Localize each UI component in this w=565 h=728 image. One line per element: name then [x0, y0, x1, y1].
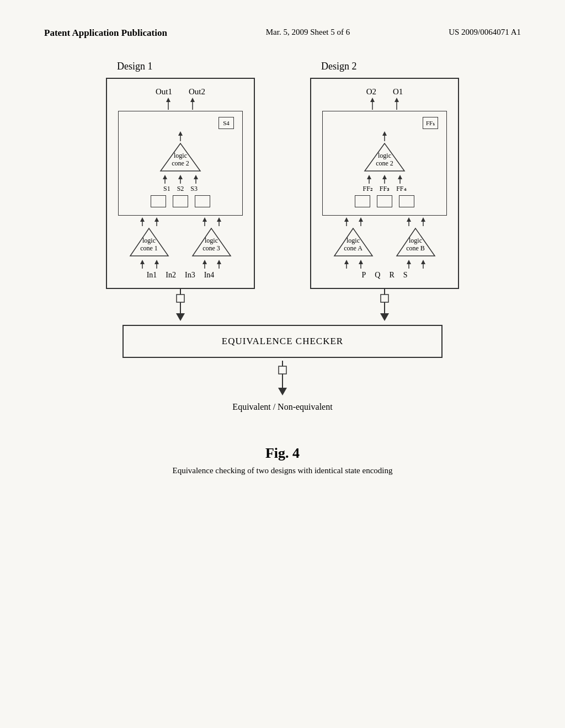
svg-marker-20 [202, 217, 207, 222]
design1-cone1-group: logic cone 1 [129, 227, 170, 258]
figure-number: Fig. 4 [44, 445, 521, 462]
design1-s2-label: S2 [177, 185, 184, 193]
design1-s2-box [173, 195, 188, 207]
design1-label: Design 1 [117, 61, 153, 72]
arrow-out1 [164, 98, 172, 110]
design1-inputs: In1 In2 In3 In4 [118, 271, 243, 280]
design1-out2: Out2 [189, 87, 205, 97]
svg-marker-30 [140, 260, 145, 264]
design1-inner-box: S4 logic [118, 111, 243, 216]
arrow-checker-down [269, 361, 296, 397]
svg-marker-47 [367, 175, 371, 179]
svg-text:cone A: cone A [344, 244, 363, 252]
design2-p: P [361, 271, 366, 280]
svg-marker-14 [194, 175, 198, 179]
design2-o1: O1 [393, 87, 403, 97]
svg-marker-16 [140, 217, 145, 222]
design1-in4: In4 [204, 271, 215, 280]
svg-marker-42 [382, 131, 387, 136]
svg-marker-55 [359, 217, 363, 222]
design1-box: Out1 Out2 S4 [106, 78, 255, 289]
design2-cone2-svg: logic cone 2 [363, 142, 407, 173]
design1-out-arrows [118, 98, 243, 110]
checker-label: EQUIVALENCE CHECKER [222, 336, 343, 346]
svg-marker-18 [154, 217, 159, 222]
design1-s3-label: S3 [190, 185, 198, 193]
svg-marker-5 [178, 131, 183, 136]
svg-marker-85 [278, 388, 287, 395]
design2-o2: O2 [366, 87, 376, 97]
design2-s: S [403, 271, 408, 280]
design2-ff1-row: FF₁ [331, 117, 438, 129]
header-patent-number: US 2009/0064071 A1 [449, 28, 521, 37]
design1-s1-box [151, 195, 166, 207]
design2-regs-arrows [331, 175, 438, 184]
design1-cone1-svg: logic cone 1 [129, 227, 170, 258]
design2-ff4-label: FF₄ [396, 185, 406, 193]
diagram-area: Design 1 Out1 Out2 [44, 61, 521, 412]
svg-text:logic: logic [378, 152, 391, 159]
design1-container: Design 1 Out1 Out2 [106, 61, 255, 289]
header: Patent Application Publication Mar. 5, 2… [44, 28, 521, 39]
page: Patent Application Publication Mar. 5, 2… [0, 0, 565, 728]
design2-ff3-box [377, 195, 392, 207]
svg-rect-79 [381, 295, 388, 302]
svg-marker-38 [370, 98, 375, 102]
svg-marker-3 [190, 98, 195, 102]
design1-reg-boxes [127, 195, 234, 207]
svg-rect-83 [279, 366, 286, 374]
design2-label: Design 2 [321, 61, 357, 72]
design1-cones-row: logic cone 1 logic cone 3 [118, 227, 243, 258]
design1-s1-label: S1 [163, 185, 170, 193]
svg-marker-67 [344, 260, 349, 264]
design1-s4-row: S4 [127, 117, 234, 129]
svg-marker-51 [398, 175, 402, 179]
design2-ff2-label: FF₂ [363, 185, 372, 193]
svg-marker-77 [176, 313, 185, 321]
design1-cone3-svg: logic cone 3 [191, 227, 232, 258]
design2-coneA-group: logic cone A [333, 227, 374, 258]
svg-marker-34 [202, 260, 207, 264]
design2-reg-boxes [331, 195, 438, 207]
svg-marker-57 [407, 217, 411, 222]
design1-out1: Out1 [156, 87, 172, 97]
design1-cone3-group: logic cone 3 [191, 227, 232, 258]
design2-input-arrows [322, 260, 447, 269]
svg-marker-69 [359, 260, 363, 264]
design1-outputs: Out1 Out2 [118, 87, 243, 97]
design2-coneB-group: logic cone B [395, 227, 436, 258]
design2-cone2-tri: logic cone 2 [331, 142, 438, 173]
svg-marker-73 [421, 260, 425, 264]
svg-text:cone 1: cone 1 [140, 244, 158, 252]
arrow-from-checker [269, 361, 296, 397]
svg-text:logic: logic [347, 237, 360, 244]
design2-box: O2 O1 FF₁ [310, 78, 459, 289]
arrow-design2-down [371, 289, 398, 322]
arrow-out2 [189, 98, 196, 110]
svg-marker-59 [421, 217, 425, 222]
result-text: Equivalent / Non-equivalent [232, 402, 332, 412]
design2-cone2-arrow [331, 131, 438, 141]
design2-cone-arrows-up [322, 217, 447, 226]
design2-r: R [389, 271, 394, 280]
svg-marker-40 [395, 98, 399, 102]
design2-ff1-box: FF₁ [423, 117, 438, 129]
svg-marker-71 [407, 260, 411, 264]
svg-marker-22 [217, 217, 221, 222]
design1-s3-box [195, 195, 210, 207]
svg-text:cone 3: cone 3 [202, 244, 220, 252]
svg-rect-75 [177, 295, 184, 302]
arrows-to-checker [44, 289, 521, 322]
design1-in1: In1 [147, 271, 157, 280]
design2-q: Q [375, 271, 380, 280]
header-date-sheet: Mar. 5, 2009 Sheet 5 of 6 [266, 28, 350, 37]
svg-marker-49 [382, 175, 387, 179]
figure-caption: Fig. 4 Equivalence checking of two desig… [44, 445, 521, 475]
design1-cone2-svg: logic cone 2 [158, 142, 202, 173]
design1-cone2-arrow [127, 131, 234, 141]
design2-outputs: O2 O1 [322, 87, 447, 97]
design1-cone2-tri: logic cone 2 [127, 142, 234, 173]
figure-desc: Equivalence checking of two designs with… [44, 466, 521, 475]
design2-inner-box: FF₁ logic [322, 111, 447, 216]
svg-text:logic: logic [142, 237, 156, 244]
